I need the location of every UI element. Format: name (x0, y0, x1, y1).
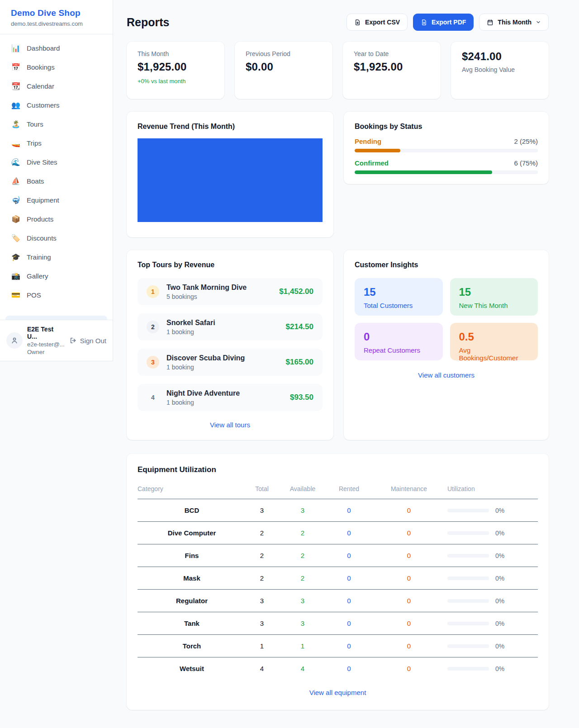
table-row: Fins 2 2 0 0 0% (138, 544, 538, 567)
cell-total: 2 (246, 522, 278, 544)
sign-out-button[interactable]: Sign Out (70, 337, 106, 345)
cell-rented: 0 (327, 590, 370, 612)
top-tours-title: Top Tours by Revenue (138, 261, 323, 269)
stat-value: $1,925.00 (138, 61, 214, 73)
sidebar-item-discounts[interactable]: 🏷️ Discounts (5, 230, 107, 246)
cell-utilization: 0% (447, 612, 538, 635)
sidebar-item-training[interactable]: 🎓 Training (5, 249, 107, 265)
utilization-track (447, 554, 489, 558)
cell-available: 2 (278, 544, 327, 567)
utilization-track (447, 599, 489, 603)
insight-label: Total Customers (364, 302, 434, 309)
sidebar-item-products[interactable]: 📦 Products (5, 211, 107, 227)
insight-value: 0 (364, 331, 434, 343)
equipment-table: Category Total Available Rented Maintena… (138, 480, 538, 680)
sidebar-item-label: Training (27, 253, 51, 261)
credit-card-icon: 💳 (11, 292, 21, 299)
sidebar-item-pos[interactable]: 💳 POS (5, 287, 107, 303)
stat-card-previous-period: Previous Period $0.00 (235, 42, 332, 99)
view-all-equipment-link[interactable]: View all equipment (138, 689, 538, 696)
utilization-track (447, 667, 489, 671)
tour-amount: $214.50 (286, 322, 313, 331)
table-row: Torch 1 1 0 0 0% (138, 635, 538, 657)
sign-out-icon (70, 337, 77, 344)
cell-utilization: 0% (447, 590, 538, 612)
utilization-label: 0% (495, 552, 504, 559)
cell-maintenance: 0 (370, 522, 447, 544)
table-row: Dive Computer 2 2 0 0 0% (138, 522, 538, 544)
insights-grid: 15 Total Customers 15 New This Month 0 R… (355, 278, 538, 360)
table-row: Regulator 3 3 0 0 0% (138, 590, 538, 612)
sidebar-item-partial[interactable] (5, 316, 107, 320)
export-csv-button[interactable]: Export CSV (346, 14, 408, 31)
calendar-icon (487, 19, 494, 26)
cell-total: 2 (246, 567, 278, 590)
customer-insights-card: Customer Insights 15 Total Customers 15 … (344, 250, 549, 440)
stat-cards: This Month $1,925.00 +0% vs last month P… (127, 42, 549, 99)
stat-card-year-to-date: Year to Date $1,925.00 (343, 42, 441, 99)
view-all-customers-link[interactable]: View all customers (355, 371, 538, 379)
sidebar-item-boats[interactable]: ⛵ Boats (5, 173, 107, 189)
cell-utilization: 0% (447, 567, 538, 590)
status-row-pending: Pending 2 (25%) (355, 137, 538, 152)
insight-repeat-customers: 0 Repeat Customers (355, 323, 443, 360)
cell-category: BCD (138, 499, 246, 522)
cell-available: 1 (278, 635, 327, 657)
user-info: E2E Test U... e2e-tester@... Owner (27, 326, 65, 355)
file-download-icon (354, 19, 361, 26)
sidebar-item-tours[interactable]: 🏝️ Tours (5, 116, 107, 132)
utilization-label: 0% (495, 665, 504, 672)
export-pdf-button[interactable]: Export PDF (413, 14, 474, 31)
stat-label: Year to Date (354, 50, 430, 57)
sidebar-item-label: POS (27, 291, 41, 299)
utilization-track (447, 644, 489, 648)
tour-amount: $165.00 (286, 358, 313, 367)
sidebar-item-gallery[interactable]: 📸 Gallery (5, 268, 107, 284)
stat-delta: +0% vs last month (138, 78, 214, 85)
sidebar-item-calendar[interactable]: 📆 Calendar (5, 78, 107, 94)
column-header: Maintenance (370, 480, 447, 499)
bookings-by-status-card: Bookings by Status Pending 2 (25%) Confi… (344, 112, 549, 184)
tour-bookings: 1 booking (166, 328, 215, 336)
sidebar-item-label: Trips (27, 139, 42, 147)
speedboat-icon: 🚤 (11, 140, 21, 147)
sidebar-item-bookings[interactable]: 📅 Bookings (5, 59, 107, 75)
sidebar: Demo Dive Shop demo.test.divestreams.com… (0, 0, 113, 361)
status-label: Pending (355, 137, 381, 145)
sidebar-item-equipment[interactable]: 🤿 Equipment (5, 192, 107, 208)
shop-name: Demo Dive Shop (11, 8, 102, 18)
cell-rented: 0 (327, 499, 370, 522)
view-all-tours-link[interactable]: View all tours (138, 421, 323, 429)
insight-label: Avg Bookings/Customer (459, 346, 529, 362)
sidebar-item-dashboard[interactable]: 📊 Dashboard (5, 40, 107, 56)
column-header: Category (138, 480, 246, 499)
insight-avg-bookings: 0.5 Avg Bookings/Customer (450, 323, 538, 360)
period-dropdown[interactable]: This Month (479, 14, 549, 31)
stat-value: $0.00 (246, 61, 322, 73)
cell-rented: 0 (327, 635, 370, 657)
sidebar-item-customers[interactable]: 👥 Customers (5, 97, 107, 113)
utilization-label: 0% (495, 620, 504, 627)
revenue-trend-card: Revenue Trend (This Month) (127, 112, 333, 237)
cell-rented: 0 (327, 522, 370, 544)
column-header: Total (246, 480, 278, 499)
cell-maintenance: 0 (370, 635, 447, 657)
status-count: 6 (75%) (514, 159, 538, 167)
cell-maintenance: 0 (370, 657, 447, 680)
sidebar-item-dive-sites[interactable]: 🌊 Dive Sites (5, 154, 107, 170)
cell-total: 3 (246, 499, 278, 522)
cell-total: 1 (246, 635, 278, 657)
insight-value: 15 (459, 286, 529, 298)
cell-maintenance: 0 (370, 499, 447, 522)
tour-name: Snorkel Safari (166, 319, 215, 327)
cell-category: Dive Computer (138, 522, 246, 544)
cell-available: 2 (278, 567, 327, 590)
camera-icon: 📸 (11, 273, 21, 280)
column-header: Rented (327, 480, 370, 499)
stat-card-avg-booking-value: $241.00 Avg Booking Value (451, 42, 549, 99)
bookings-by-status-title: Bookings by Status (355, 123, 538, 131)
page-header: Reports Export CSV Exp (127, 14, 549, 31)
header-actions: Export CSV Export PDF (346, 14, 549, 31)
table-row: Tank 3 3 0 0 0% (138, 612, 538, 635)
sidebar-item-trips[interactable]: 🚤 Trips (5, 135, 107, 151)
